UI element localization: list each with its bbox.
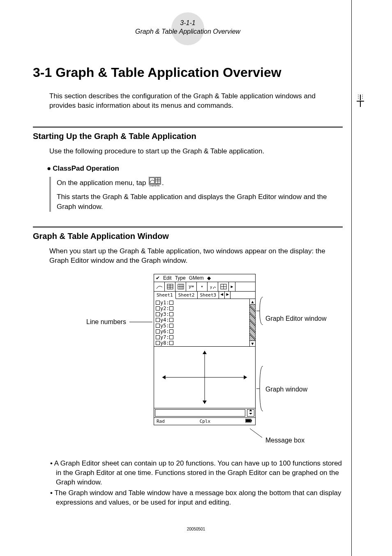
crop-mark-icon xyxy=(353,95,367,109)
svg-line-13 xyxy=(250,429,262,438)
step1-post-text: . xyxy=(162,179,164,187)
message-box-row xyxy=(154,408,255,418)
bullet-icon: ● xyxy=(47,164,51,172)
menu-gmem[interactable]: GMem xyxy=(189,275,204,281)
note-2: The Graph window and Table window have a… xyxy=(56,489,343,507)
toolbar-window-icon[interactable] xyxy=(218,282,229,291)
editor-line-3[interactable]: y3: xyxy=(156,311,254,317)
svg-marker-31 xyxy=(203,401,207,404)
svg-rect-36 xyxy=(246,419,251,422)
svg-text:Graph&Tab..: Graph&Tab.. xyxy=(149,184,161,187)
footer-number: 20050501 xyxy=(0,527,392,531)
svg-marker-33 xyxy=(249,413,252,415)
svg-marker-32 xyxy=(249,410,252,411)
procedure-step-1: On the application menu, tap Graph&Tab..… xyxy=(57,177,343,190)
menu-type[interactable]: Type xyxy=(175,275,186,281)
startup-heading: Starting Up the Graph & Table Applicatio… xyxy=(33,127,343,141)
sheet-tabs: Sheet1 Sheet2 Sheet3 ◀ ▶ xyxy=(154,292,255,299)
editor-line-5[interactable]: y5: xyxy=(156,323,254,329)
header-section-title: Graph & Table Application Overview xyxy=(33,28,343,36)
menu-diamond-icon[interactable]: ◆ xyxy=(207,275,211,281)
toolbar-y-equals[interactable]: y= xyxy=(186,282,197,291)
scroll-down-icon[interactable]: ▼ xyxy=(249,341,255,346)
message-box[interactable] xyxy=(155,409,245,417)
intro-paragraph: This section describes the configuration… xyxy=(49,92,343,111)
graph-table-app-icon: Graph&Tab.. xyxy=(149,177,161,190)
callout-editor-label: Graph Editor window xyxy=(265,315,327,322)
toolbar-table-icon[interactable] xyxy=(165,282,175,291)
notes-list: A Graph Editor sheet can contain up to 2… xyxy=(56,459,343,508)
toolbar-trace-icon[interactable]: y. xyxy=(208,282,218,291)
editor-line-6[interactable]: y6: xyxy=(156,329,254,334)
callout-msg-label: Message box xyxy=(265,437,304,444)
procedure-block: On the application menu, tap Graph&Tab..… xyxy=(49,177,343,211)
graph-pane[interactable] xyxy=(154,347,255,408)
message-box-toggle-icon[interactable] xyxy=(247,409,254,417)
page-content: 3-1-1 Graph & Table Application Overview… xyxy=(33,15,343,509)
classpad-operation-heading: ●ClassPad Operation xyxy=(47,164,343,173)
editor-line-8[interactable]: y8: xyxy=(156,340,254,346)
file-menu-icon[interactable]: ✔ xyxy=(156,275,160,281)
menubar: ✔ Edit Type GMem ◆ xyxy=(154,274,255,282)
toolbar-graph-icon[interactable] xyxy=(154,282,165,291)
status-angle: Rad xyxy=(157,419,165,424)
scroll-up-icon[interactable]: ▲ xyxy=(249,299,255,305)
toolbar-more-icon[interactable]: ▶ xyxy=(229,282,235,291)
status-complex: Cplx xyxy=(200,419,211,424)
tab-nav-right-icon[interactable]: ▶ xyxy=(225,292,231,299)
editor-line-7[interactable]: y7: xyxy=(156,334,254,340)
tab-sheet1[interactable]: Sheet1 xyxy=(154,292,176,299)
svg-marker-27 xyxy=(244,375,247,379)
tab-nav-left-icon[interactable]: ◀ xyxy=(219,292,225,299)
callout-graph-label: Graph window xyxy=(265,386,307,393)
toolbar-range-icon[interactable] xyxy=(175,282,186,291)
classpad-operation-label: ClassPad Operation xyxy=(53,164,119,172)
editor-line-2[interactable]: y2: xyxy=(156,306,254,311)
procedure-step-2: This starts the Graph & Table applicatio… xyxy=(57,192,343,212)
editor-line-1[interactable]: y1: xyxy=(156,300,254,306)
page-header: 3-1-1 Graph & Table Application Overview xyxy=(33,19,343,36)
step1-pre-text: On the application menu, tap xyxy=(57,179,148,187)
menu-edit[interactable]: Edit xyxy=(163,275,172,281)
scrollbar-thumb[interactable] xyxy=(249,305,255,341)
callout-line-numbers: Line numbers xyxy=(86,318,152,326)
appwin-heading: Graph & Table Application Window xyxy=(33,227,343,241)
page-right-rule xyxy=(351,0,352,556)
svg-marker-28 xyxy=(162,375,166,379)
appwin-lead: When you start up the Graph & Table appl… xyxy=(49,247,343,266)
callout-line-numbers-label: Line numbers xyxy=(86,318,126,325)
classpad-screenshot: ✔ Edit Type GMem ◆ y= ▾ y. ▶ Sheet1 Shee… xyxy=(154,274,256,425)
battery-icon xyxy=(245,419,253,424)
toolbar: y= ▾ y. ▶ xyxy=(154,282,255,292)
status-bar: Rad Cplx xyxy=(154,418,255,425)
page-title: 3-1 Graph & Table Application Overview xyxy=(33,65,343,80)
callout-message-box: Message box xyxy=(265,437,304,444)
svg-rect-35 xyxy=(251,420,252,422)
tab-sheet2[interactable]: Sheet2 xyxy=(176,292,198,299)
header-section-number: 3-1-1 xyxy=(33,19,343,28)
editor-line-4[interactable]: y4: xyxy=(156,317,254,323)
note-1: A Graph Editor sheet can contain up to 2… xyxy=(56,459,343,487)
startup-lead: Use the following procedure to start up … xyxy=(49,147,343,156)
graph-editor-pane[interactable]: y1: y2: y3: y4: y5: y6: y7: y8: ▲ ▼ xyxy=(154,299,255,347)
toolbar-dropdown-icon[interactable]: ▾ xyxy=(197,282,208,291)
callout-graph-window: Graph window xyxy=(265,386,307,393)
svg-text:y.: y. xyxy=(210,285,214,289)
svg-marker-30 xyxy=(203,351,207,354)
diagram-area: Line numbers Graph Editor window Graph w… xyxy=(49,274,343,447)
callout-graph-editor: Graph Editor window xyxy=(265,315,327,322)
tab-sheet3[interactable]: Sheet3 xyxy=(198,292,219,299)
